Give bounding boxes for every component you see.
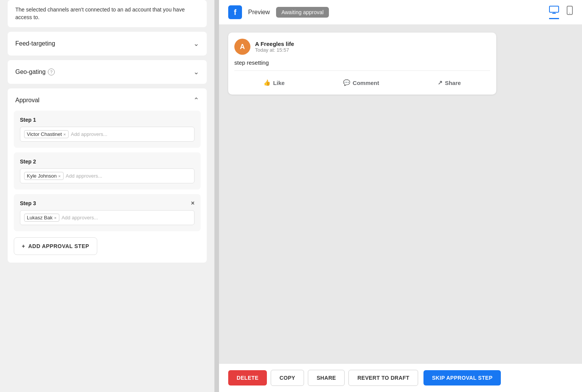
step-1-header: Step 1 xyxy=(20,117,195,123)
bottom-bar: DELETE COPY SHARE REVERT TO DRAFT SKIP A… xyxy=(219,363,582,392)
step-3-approver-remove-icon[interactable]: × xyxy=(54,216,56,220)
awaiting-approval-badge: Awaiting approval xyxy=(276,7,329,18)
avatar-letter: A xyxy=(240,43,245,51)
share-post-button[interactable]: SHARE xyxy=(308,370,345,386)
step-2-card: Step 2 Kyle Johnson × Add approvers... xyxy=(14,152,201,189)
step-3-card: Step 3 × Lukasz Bak × Add approvers... xyxy=(14,194,201,231)
step-1-approver-remove-icon[interactable]: × xyxy=(64,132,66,137)
share-label: Share xyxy=(445,80,461,86)
step-3-approver-name: Lukasz Bak xyxy=(27,215,52,220)
delete-button[interactable]: DELETE xyxy=(228,370,267,385)
post-author: A A Freegles life Today at: 15:57 xyxy=(234,39,490,55)
warning-text: The selected channels aren't connected t… xyxy=(15,7,185,20)
right-panel: f Preview Awaiting approval xyxy=(219,0,582,392)
copy-button[interactable]: COPY xyxy=(271,370,304,386)
approval-label: Approval xyxy=(15,97,39,104)
add-step-container: + ADD APPROVAL STEP xyxy=(8,237,207,263)
panel-divider xyxy=(214,0,219,392)
approval-chevron-icon: ⌃ xyxy=(193,96,199,105)
step-3-close-icon[interactable]: × xyxy=(191,200,195,206)
step-2-approver-tag-kyle: Kyle Johnson × xyxy=(24,172,64,180)
avatar: A xyxy=(234,39,250,55)
desktop-icon[interactable] xyxy=(549,6,559,19)
geo-gating-help-icon[interactable]: ? xyxy=(48,69,55,75)
preview-area: A A Freegles life Today at: 15:57 step r… xyxy=(219,25,582,363)
like-label: Like xyxy=(273,80,284,86)
step-1-card: Step 1 Victor Chastinet × Add approvers.… xyxy=(14,111,201,148)
svg-point-2 xyxy=(569,13,570,14)
plus-icon: + xyxy=(22,243,25,249)
step-3-header: Step 3 × xyxy=(20,200,195,206)
step-3-placeholder: Add approvers... xyxy=(62,215,98,220)
like-button[interactable]: 👍 Like xyxy=(257,77,291,88)
skip-approval-step-button[interactable]: SKIP APPROVAL STEP xyxy=(423,370,501,385)
author-name: A Freegles life xyxy=(255,41,294,47)
step-1-label: Step 1 xyxy=(20,117,36,123)
approval-body: Step 1 Victor Chastinet × Add approvers.… xyxy=(8,111,207,237)
author-info: A Freegles life Today at: 15:57 xyxy=(255,41,294,53)
facebook-icon: f xyxy=(228,5,242,19)
left-panel: The selected channels aren't connected t… xyxy=(0,0,214,392)
step-2-approver-name: Kyle Johnson xyxy=(27,173,57,179)
share-icon: ↗ xyxy=(438,79,443,86)
post-actions: 👍 Like 💬 Comment ↗ Share xyxy=(234,75,490,88)
feed-targeting-accordion: Feed-targeting ⌄ xyxy=(8,32,207,56)
step-3-label: Step 3 xyxy=(20,200,36,206)
preview-label: Preview xyxy=(248,9,270,16)
step-1-placeholder: Add approvers... xyxy=(71,131,107,137)
geo-gating-label-group: Geo-gating ? xyxy=(15,69,55,75)
post-card: A A Freegles life Today at: 15:57 step r… xyxy=(228,33,496,95)
step-3-approver-tag-lukasz: Lukasz Bak × xyxy=(24,214,59,222)
step-2-label: Step 2 xyxy=(20,158,36,165)
approval-header[interactable]: Approval ⌃ xyxy=(8,88,207,111)
post-content: step resetting xyxy=(234,59,490,71)
step-3-approver-input[interactable]: Lukasz Bak × Add approvers... xyxy=(20,210,195,225)
step-2-header: Step 2 xyxy=(20,158,195,165)
share-button[interactable]: ↗ Share xyxy=(432,77,467,88)
device-switcher xyxy=(549,6,573,19)
step-2-approver-input[interactable]: Kyle Johnson × Add approvers... xyxy=(20,168,195,183)
step-1-approver-name: Victor Chastinet xyxy=(27,131,62,137)
mobile-icon[interactable] xyxy=(567,6,573,19)
add-step-label: ADD APPROVAL STEP xyxy=(28,243,89,249)
comment-icon: 💬 xyxy=(343,79,350,86)
step-2-placeholder: Add approvers... xyxy=(66,173,102,179)
step-1-approver-input[interactable]: Victor Chastinet × Add approvers... xyxy=(20,127,195,142)
geo-gating-header[interactable]: Geo-gating ? ⌄ xyxy=(8,60,207,84)
warning-card: The selected channels aren't connected t… xyxy=(8,0,207,27)
post-time: Today at: 15:57 xyxy=(255,47,294,53)
preview-header: f Preview Awaiting approval xyxy=(219,0,582,25)
step-1-approver-tag-victor: Victor Chastinet × xyxy=(24,130,69,138)
feed-targeting-chevron-icon: ⌄ xyxy=(193,39,199,48)
feed-targeting-label: Feed-targeting xyxy=(15,40,55,47)
fb-letter: f xyxy=(234,8,237,17)
step-2-approver-remove-icon[interactable]: × xyxy=(58,174,60,178)
add-approval-step-button[interactable]: + ADD APPROVAL STEP xyxy=(14,237,97,255)
comment-label: Comment xyxy=(353,80,379,86)
svg-rect-0 xyxy=(549,6,559,12)
geo-gating-label: Geo-gating xyxy=(15,69,46,75)
geo-gating-chevron-icon: ⌄ xyxy=(193,68,199,76)
like-icon: 👍 xyxy=(263,79,271,86)
approval-section: Approval ⌃ Step 1 Victor Chastinet × Add… xyxy=(8,88,207,263)
comment-button[interactable]: 💬 Comment xyxy=(337,77,385,88)
feed-targeting-header[interactable]: Feed-targeting ⌄ xyxy=(8,32,207,56)
geo-gating-accordion: Geo-gating ? ⌄ xyxy=(8,60,207,84)
revert-to-draft-button[interactable]: REVERT TO DRAFT xyxy=(348,370,418,386)
